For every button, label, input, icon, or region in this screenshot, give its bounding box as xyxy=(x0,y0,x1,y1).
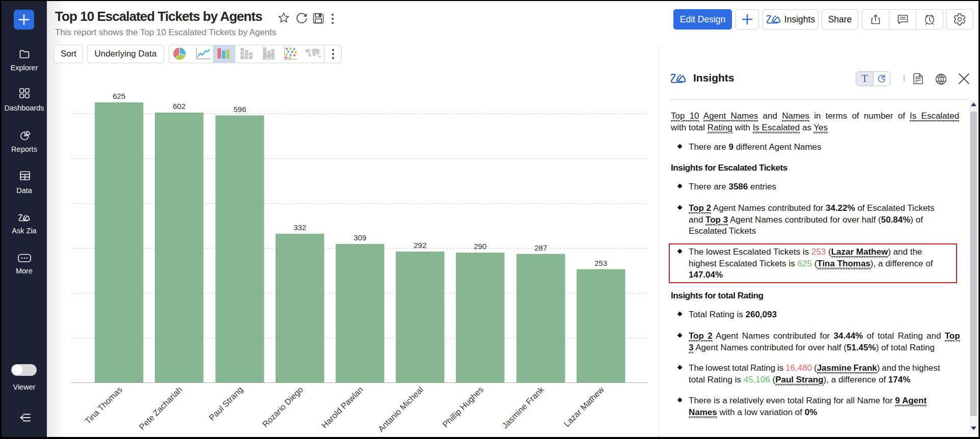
svg-text:Rozario Diego: Rozario Diego xyxy=(260,385,305,429)
svg-text:Antanio Micheal: Antanio Micheal xyxy=(376,385,425,433)
svg-text:309: 309 xyxy=(353,233,366,242)
svg-text:Paul Strang: Paul Strang xyxy=(207,385,244,422)
svg-text:292: 292 xyxy=(414,241,426,250)
svg-text:Lazar Mathew: Lazar Mathew xyxy=(562,385,606,428)
svg-text:625: 625 xyxy=(113,92,125,100)
svg-text:596: 596 xyxy=(233,105,246,114)
svg-text:290: 290 xyxy=(474,242,486,251)
svg-text:602: 602 xyxy=(173,102,185,111)
svg-text:Pete Zachariah: Pete Zachariah xyxy=(137,385,184,431)
svg-text:Harold Pawlan: Harold Pawlan xyxy=(320,385,365,430)
svg-text:287: 287 xyxy=(534,243,547,252)
svg-text:253: 253 xyxy=(594,259,607,267)
svg-text:Tina Thomas: Tina Thomas xyxy=(83,385,124,425)
svg-text:Jasmine Frank: Jasmine Frank xyxy=(500,385,546,430)
svg-text:Phillip Hughes: Phillip Hughes xyxy=(441,385,485,429)
svg-text:332: 332 xyxy=(293,223,306,232)
